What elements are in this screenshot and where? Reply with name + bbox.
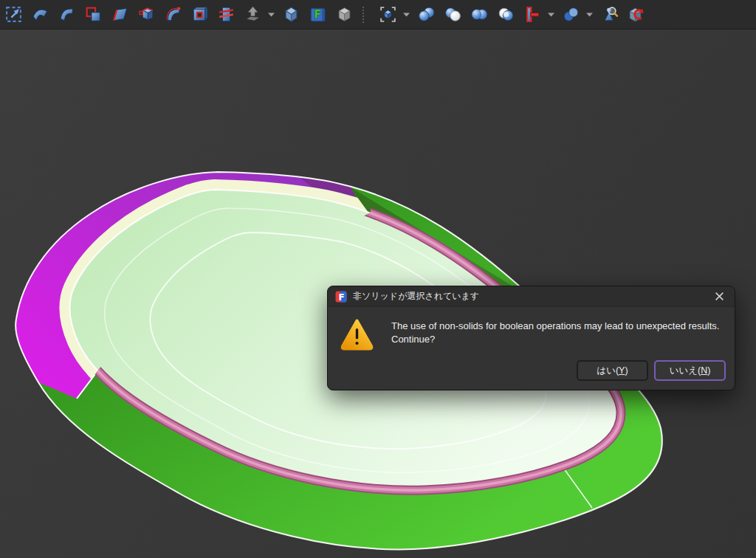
boolean-cut-icon: [444, 5, 462, 24]
mirror-icon: [111, 5, 129, 24]
toolbar-button-defeaturing[interactable]: [625, 4, 647, 25]
thickness-icon: [190, 5, 209, 24]
toolbar-button-revolve[interactable]: [136, 4, 157, 25]
dialog-button-row: はい(Y) いいえ(N): [577, 360, 726, 381]
dropdown-arrow-icon: [585, 5, 594, 24]
check-geometry-icon: [600, 5, 619, 24]
bounding-box-icon: [379, 5, 397, 24]
toolbar-button-curved-surface[interactable]: [30, 4, 51, 25]
toolbar-button-glass-cube[interactable]: [281, 4, 302, 25]
toolbar-button-section[interactable]: [522, 4, 543, 25]
no-button[interactable]: いいえ(N): [654, 360, 726, 381]
box-selection-icon: [4, 5, 23, 24]
warning-icon: [340, 318, 374, 351]
toolbar-button-boolean-intersection[interactable]: [495, 4, 517, 25]
toolbar-button-solid-cube[interactable]: [334, 4, 355, 25]
svg-text:F: F: [339, 292, 345, 302]
dropdown-arrow-icon: [267, 5, 275, 24]
toolbar-button-fillet[interactable]: [162, 4, 184, 25]
toolbar-button-cross-sections[interactable]: [216, 4, 237, 25]
cross-sections-icon: [217, 5, 236, 24]
toolbar-button-check-geometry[interactable]: [599, 4, 620, 25]
toolbar-button-extrude[interactable]: [83, 4, 104, 25]
boolean-compound-icon: [417, 5, 436, 24]
revolve-icon: [137, 5, 156, 24]
glass-cube-icon: [282, 5, 300, 24]
3d-viewport[interactable]: [0, 0, 756, 558]
offset-icon: [244, 5, 262, 24]
section-icon: [523, 5, 542, 24]
curved-surface-alt-icon: [58, 5, 76, 24]
toolbar-button-thickness[interactable]: [189, 4, 210, 25]
toolbar-button-curved-surface-alt[interactable]: [56, 4, 78, 25]
toolbar-button-box-selection[interactable]: [3, 4, 24, 25]
extrude-icon: [84, 5, 103, 24]
dialog-title: 非ソリッドが選択されています: [353, 290, 706, 303]
curved-surface-icon: [31, 5, 49, 24]
dropdown-arrow-icon: [402, 5, 410, 24]
connect-shapes-icon: [562, 5, 580, 24]
yes-button[interactable]: はい(Y): [577, 360, 648, 381]
offset-dropdown-arrow[interactable]: [266, 4, 275, 25]
main-toolbar: F: [0, 0, 756, 30]
connect-dropdown-arrow[interactable]: [584, 4, 594, 25]
defeaturing-icon: [627, 5, 645, 24]
bounding-box-dropdown-arrow[interactable]: [401, 4, 410, 25]
toolbar-separator: [362, 7, 370, 23]
dialog-titlebar[interactable]: F 非ソリッドが選択されています: [328, 286, 735, 307]
fillet-icon: [164, 5, 182, 24]
close-icon[interactable]: [712, 290, 727, 303]
dialog-message: The use of non-solids for boolean operat…: [391, 318, 719, 351]
toolbar-button-boolean-union[interactable]: [469, 4, 490, 25]
toolbar-button-connect[interactable]: [560, 4, 582, 25]
boolean-intersection-icon: [497, 5, 515, 24]
toolbar-button-boolean-cut[interactable]: [442, 4, 464, 25]
svg-text:F: F: [314, 8, 322, 21]
section-dropdown-arrow[interactable]: [546, 4, 555, 25]
freecad-f-icon: F: [309, 5, 327, 24]
message-line-1: The use of non-solids for boolean operat…: [391, 320, 719, 333]
message-line-2: Continue?: [391, 333, 719, 346]
dropdown-arrow-icon: [546, 5, 555, 24]
toolbar-button-freecad-logo-cube[interactable]: F: [307, 4, 329, 25]
application-window: F: [0, 0, 756, 558]
gray-cube-icon: [335, 5, 354, 24]
toolbar-button-bounding-box[interactable]: [377, 4, 399, 25]
freecad-logo-icon: F: [335, 291, 347, 303]
toolbar-button-boolean-compound[interactable]: [416, 4, 437, 25]
boolean-union-icon: [470, 5, 489, 24]
toolbar-button-mirror[interactable]: [109, 4, 131, 25]
warning-dialog: F 非ソリッドが選択されています The use of non-solids f…: [327, 286, 735, 390]
toolbar-button-offset[interactable]: [242, 4, 264, 25]
